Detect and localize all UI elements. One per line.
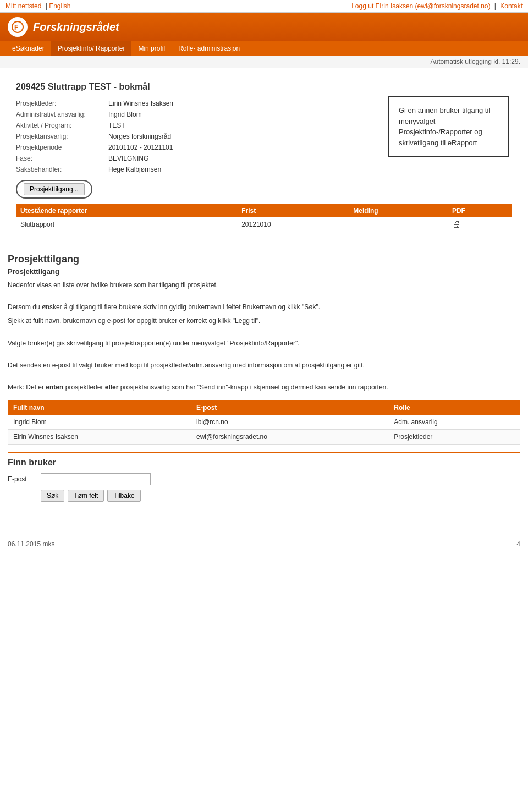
- prosjekttilgang-heading: Prosjekttilgang: [8, 254, 520, 265]
- nav-item-esoknader[interactable]: eSøknader: [6, 41, 51, 56]
- main-nav: eSøknader Prosjektinfo/ Rapporter Min pr…: [0, 41, 528, 56]
- logout-link[interactable]: Logg ut Eirin Isaksen (ewi@forskningsrad…: [351, 2, 490, 10]
- info-text-6: Merk: Det er enten prosjektleder eller p…: [8, 382, 520, 393]
- logo-svg: F: [11, 20, 24, 34]
- nav-item-prosjektinfo[interactable]: Prosjektinfo/ Rapporter: [51, 41, 132, 56]
- user-email-1: ibl@rcn.no: [191, 415, 388, 430]
- prosjekttilgang-subheading: Prosjekttilgang: [8, 267, 520, 276]
- clear-button[interactable]: Tøm felt: [68, 490, 104, 502]
- table-row: Sluttrapport 20121010 🖨: [16, 217, 512, 232]
- user-row-1: Ingrid Blom ibl@rcn.no Adm. ansvarlig: [8, 415, 520, 430]
- info-text-2: Dersom du ønsker å gi tilgang til flere …: [8, 302, 520, 312]
- user-role-1: Adm. ansvarlig: [388, 415, 520, 430]
- footer-page: 4: [516, 540, 520, 548]
- report-pdf[interactable]: 🖨: [448, 217, 512, 232]
- pdf-icon: 🖨: [452, 220, 461, 229]
- report-col-melding: Melding: [349, 204, 448, 217]
- field-label-periode: Prosjektperiode: [16, 142, 104, 152]
- users-col-email: E-post: [191, 400, 388, 415]
- top-bar: Mitt nettsted | English Logg ut Eirin Is…: [0, 0, 528, 13]
- project-title: 209425 Sluttrapp TEST - bokmål: [16, 82, 512, 92]
- back-button[interactable]: Tilbake: [107, 490, 140, 502]
- field-label-saksbehandler: Saksbehandler:: [16, 164, 104, 174]
- field-label-fase: Fase:: [16, 153, 104, 163]
- project-box: 209425 Sluttrapp TEST - bokmål Prosjektl…: [8, 74, 520, 240]
- report-name: Sluttrapport: [16, 217, 237, 232]
- mitt-nettsted-link[interactable]: Mitt nettsted: [6, 2, 41, 10]
- prosjekttilgang-btn-area: Prosjekttilgang...: [16, 180, 512, 199]
- prosjekttilgang-circle: Prosjekttilgang...: [16, 180, 92, 199]
- top-bar-left: Mitt nettsted | English: [6, 2, 73, 10]
- user-name-1: Ingrid Blom: [8, 415, 191, 430]
- report-col-name: Utestående rapporter: [16, 204, 237, 217]
- top-bar-separator1: |: [46, 2, 47, 10]
- footer-date: 06.11.2015 mks: [8, 540, 54, 548]
- logo: F Forskningsrådet: [8, 17, 119, 37]
- users-col-role: Rolle: [388, 400, 520, 415]
- info-text-3: Sjekk at fullt navn, brukernavn og e-pos…: [8, 316, 520, 326]
- autologout-bar: Automatisk utlogging kl. 11:29.: [0, 56, 528, 68]
- info-text-1: Nedenfor vises en liste over hvilke bruk…: [8, 280, 520, 290]
- email-input[interactable]: [41, 473, 151, 485]
- email-label: E-post: [8, 475, 41, 483]
- callout-text: Gi en annen bruker tilgang til menyvalge…: [399, 106, 490, 147]
- users-col-name: Fullt navn: [8, 400, 191, 415]
- field-label-aktivitet: Aktivitet / Program:: [16, 120, 104, 130]
- english-link[interactable]: English: [49, 2, 70, 10]
- field-value-saksbehandler: Hege Kalbjørnsen: [108, 164, 512, 174]
- prosjekttilgang-button[interactable]: Prosjekttilgang...: [24, 183, 85, 195]
- report-col-frist: Frist: [237, 204, 349, 217]
- contact-link[interactable]: Kontakt: [500, 2, 522, 10]
- search-button[interactable]: Søk: [41, 490, 64, 502]
- nav-item-min-profil[interactable]: Min profil: [131, 41, 172, 56]
- report-melding: [349, 217, 448, 232]
- logo-text: Forskningsrådet: [33, 21, 119, 34]
- finn-bruker-section: Finn bruker E-post Søk Tøm felt Tilbake: [8, 452, 520, 502]
- footer: 06.11.2015 mks 4: [0, 535, 528, 553]
- user-name-2: Eirin Winsnes Isaksen: [8, 430, 191, 445]
- main-content: 209425 Sluttrapp TEST - bokmål Prosjektl…: [0, 68, 528, 513]
- site-header: F Forskningsrådet: [0, 13, 528, 41]
- user-row-2: Eirin Winsnes Isaksen ewi@forskningsrade…: [8, 430, 520, 445]
- field-label-prosjektansvarlig: Prosjektansvarlig:: [16, 131, 104, 141]
- nav-item-rolle-admin[interactable]: Rolle- administrasjon: [172, 41, 246, 56]
- prosjekttilgang-section: Prosjekttilgang Prosjekttilgang Nedenfor…: [8, 248, 520, 507]
- field-label-adm-ansvarlig: Administrativt ansvarlig:: [16, 109, 104, 119]
- top-bar-right: Logg ut Eirin Isaksen (ewi@forskningsrad…: [351, 2, 522, 10]
- report-frist: 20121010: [237, 217, 349, 232]
- logo-icon: F: [8, 17, 28, 37]
- top-bar-separator2: |: [494, 2, 498, 10]
- svg-text:F: F: [14, 24, 18, 31]
- reports-table: Utestående rapporter Frist Melding PDF S…: [16, 204, 512, 232]
- users-table: Fullt navn E-post Rolle Ingrid Blom ibl@…: [8, 400, 520, 445]
- field-label-projektleder: Prosjektleder:: [16, 98, 104, 108]
- finn-bruker-heading: Finn bruker: [8, 452, 520, 468]
- callout-box: Gi en annen bruker tilgang til menyvalge…: [388, 96, 509, 157]
- user-email-2: ewi@forskningsradet.no: [191, 430, 388, 445]
- user-role-2: Prosjektleder: [388, 430, 520, 445]
- form-buttons: Søk Tøm felt Tilbake: [8, 490, 520, 502]
- autologout-text: Automatisk utlogging kl. 11:29.: [431, 58, 520, 65]
- email-form-row: E-post: [8, 473, 520, 485]
- info-text-4: Valgte bruker(e) gis skrivetilgang til p…: [8, 338, 520, 349]
- info-text-5: Det sendes en e-post til valgt bruker me…: [8, 360, 520, 371]
- report-col-pdf: PDF: [448, 204, 512, 217]
